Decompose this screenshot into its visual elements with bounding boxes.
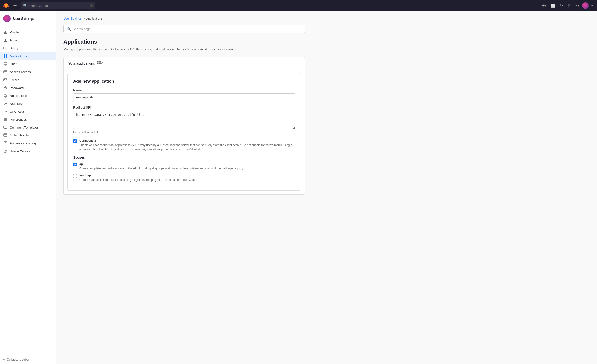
source-editor-button[interactable]: ⬜ (549, 3, 557, 9)
name-field-group: Name (73, 88, 295, 101)
svg-rect-17 (4, 126, 7, 128)
preferences-icon (3, 117, 8, 122)
plus-icon: ✚ (542, 3, 544, 8)
svg-rect-5 (6, 54, 7, 56)
profile-icon (3, 30, 8, 34)
sidebar-item-label: Access Tokens (10, 70, 31, 74)
applications-icon (3, 54, 8, 58)
issues-icon: ☑ (568, 3, 571, 8)
svg-point-15 (6, 119, 6, 120)
sidebar-user-avatar (3, 15, 11, 22)
user-avatar[interactable] (582, 2, 589, 9)
main-content: User Settings > Applications 🔍 Applicati… (56, 11, 597, 364)
sidebar-item-password[interactable]: Password (0, 84, 56, 92)
svg-rect-8 (4, 71, 7, 73)
sidebar-item-account[interactable]: Account (0, 36, 56, 44)
gitlab-logo[interactable] (3, 2, 9, 9)
global-search-input[interactable] (28, 4, 88, 8)
chevron-down-icon: ▾ (545, 4, 546, 7)
new-item-button[interactable]: ✚ ▾ (540, 3, 548, 9)
sidebar-item-emails[interactable]: Emails (0, 76, 56, 84)
sidebar-item-ssh-keys[interactable]: SSH Keys (0, 100, 56, 108)
breadcrumb-parent-link[interactable]: User Settings (63, 17, 82, 20)
sidebar-item-label: Billing (10, 47, 18, 50)
confidential-checkbox[interactable] (73, 139, 77, 143)
sidebar-item-usage-quotas[interactable]: Usage Quotas (0, 147, 56, 155)
billing-icon (3, 46, 8, 50)
usage-quotas-icon (3, 149, 8, 153)
sidebar-item-label: Notifications (10, 94, 27, 97)
chat-icon (3, 62, 8, 66)
redirect-uri-label: Redirect URI (73, 106, 295, 109)
scope-api-label[interactable]: api (79, 162, 244, 166)
sidebar-item-label: Account (10, 39, 21, 42)
name-label: Name (73, 88, 295, 92)
sidebar-item-access-tokens[interactable]: Access Tokens (0, 68, 56, 76)
sidebar-item-profile[interactable]: Profile (0, 28, 56, 36)
topnav: ☰ 🔍 / ✚ ▾ ⬜ ⑃ ▾ ☑ ? ▾ ▾ (0, 0, 597, 11)
scopes-section: Scopes api Grants complete read/write ac… (73, 156, 295, 182)
user-menu-chevron[interactable]: ▾ (590, 3, 594, 8)
sidebar-item-preferences[interactable]: Preferences (0, 116, 56, 123)
emails-icon (3, 78, 8, 82)
scope-read-api-label[interactable]: read_api (79, 174, 196, 177)
svg-point-1 (5, 39, 6, 40)
comment-templates-icon (3, 125, 8, 129)
grid-icon (97, 61, 101, 65)
svg-point-12 (4, 103, 5, 104)
editor-icon: ⬜ (550, 3, 555, 8)
page-subtitle: Manage applications that can use GitLab … (63, 47, 305, 52)
notifications-icon (3, 94, 8, 98)
search-page-container: 🔍 (63, 25, 305, 33)
sidebar-item-billing[interactable]: Billing (0, 44, 56, 52)
scope-item-read-api: read_api Grants read access to the API, … (73, 174, 295, 182)
scope-item-api: api Grants complete read/write access to… (73, 162, 295, 171)
chevron-down-icon3: ▾ (578, 4, 579, 7)
merge-icon: ⑃ (559, 3, 562, 8)
sidebar-item-label: GPG Keys (10, 110, 25, 113)
scope-api-checkbox[interactable] (73, 163, 77, 166)
svg-rect-25 (97, 61, 99, 63)
chevron-down-icon4: ▾ (591, 4, 593, 7)
sidebar-title: User Settings (13, 17, 34, 21)
sidebar-item-applications[interactable]: Applications (0, 52, 56, 60)
scope-read-api-checkbox[interactable] (73, 174, 77, 178)
sidebar-item-active-sessions[interactable]: Active Sessions (0, 131, 56, 139)
hamburger-button[interactable]: ☰ (12, 2, 18, 9)
sidebar-item-chat[interactable]: Chat (0, 60, 56, 68)
redirect-uri-field-group: Redirect URI https://reana.example.org/a… (73, 106, 295, 134)
issues-button[interactable]: ☑ (566, 3, 573, 9)
help-button[interactable]: ? ▾ (574, 3, 581, 9)
hamburger-icon: ☰ (13, 3, 17, 8)
breadcrumb-current: Applications (86, 17, 103, 20)
add-application-form: Add new application Name Redirect URI ht… (67, 73, 301, 191)
sidebar-item-authentication-log[interactable]: Authentication Log (0, 139, 56, 147)
confidential-label[interactable]: Confidential (79, 139, 295, 142)
sidebar-item-comment-templates[interactable]: Comment Templates (0, 123, 56, 131)
account-icon (3, 38, 8, 42)
collapse-label: Collapse sidebar (7, 358, 29, 361)
svg-rect-10 (4, 79, 7, 81)
your-applications-header: Your applications 0 (64, 57, 305, 69)
sidebar-item-notifications[interactable]: Notifications (0, 92, 56, 100)
sidebar-item-gpg-keys[interactable]: GPG Keys (0, 108, 56, 116)
search-page-input[interactable] (73, 27, 302, 31)
collapse-sidebar-button[interactable]: « Collapse sidebar (0, 355, 56, 364)
page-layout: User Settings Profile Account Billing (0, 11, 597, 364)
svg-rect-28 (99, 63, 101, 65)
scope-read-api-desc: Grants read access to the API, including… (79, 178, 196, 182)
merge-requests-button[interactable]: ⑃ ▾ (558, 3, 565, 9)
sidebar-item-label: Usage Quotas (10, 150, 30, 153)
ssh-keys-icon (3, 102, 8, 106)
redirect-uri-textarea[interactable]: https://reana.example.org/api/gitlab (73, 111, 295, 129)
name-input[interactable] (73, 93, 295, 101)
topnav-actions: ✚ ▾ ⬜ ⑃ ▾ ☑ ? ▾ ▾ (540, 2, 594, 9)
active-sessions-icon (3, 133, 8, 137)
search-page-icon: 🔍 (67, 27, 71, 31)
global-search-bar[interactable]: 🔍 / (21, 2, 95, 9)
sidebar-item-label: Chat (10, 62, 16, 66)
svg-rect-27 (97, 63, 99, 65)
form-title: Add new application (73, 79, 295, 84)
gpg-keys-icon (3, 110, 8, 114)
sidebar-item-label: Active Sessions (10, 134, 32, 137)
